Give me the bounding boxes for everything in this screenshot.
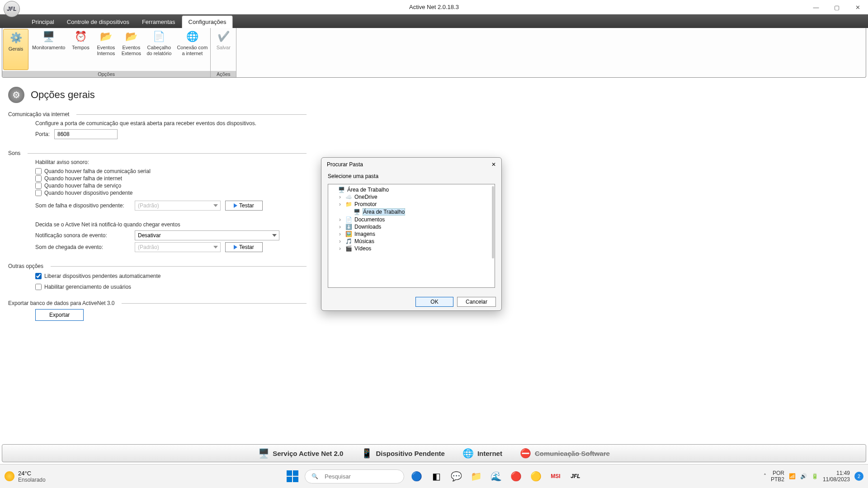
ribbon-salvar-label: Salvar: [217, 45, 231, 51]
minimize-button[interactable]: —: [806, 0, 826, 14]
tree-node[interactable]: ›🎵Músicas: [329, 238, 494, 245]
tree-node[interactable]: 🖥️Área de Trabalho: [329, 186, 494, 193]
tree-node[interactable]: 🖥️Área de Trabalho: [329, 208, 494, 216]
weather-cond: Ensolarado: [18, 477, 46, 483]
exportar-button[interactable]: Exportar: [35, 309, 84, 321]
chrome-icon[interactable]: 🟡: [528, 469, 543, 484]
tree-node[interactable]: ›🎬Vídeos: [329, 245, 494, 252]
ribbon-eventos-externos[interactable]: 📂Eventos Externos: [118, 28, 144, 71]
taskbar-search[interactable]: 🔍: [305, 469, 404, 483]
som-falha-label: Som de falha e dispositivo pendente:: [35, 202, 130, 209]
volume-icon[interactable]: 🔊: [800, 473, 807, 479]
ribbon-cab-label: Cabeçalho do relatório: [146, 45, 171, 56]
taskbar-weather[interactable]: 24°C Ensolarado: [5, 470, 46, 483]
som-falha-select[interactable]: (Padrão): [135, 201, 221, 211]
tab-ferramentas[interactable]: Ferramentas: [136, 16, 182, 28]
tray-chevron-icon[interactable]: ˄: [764, 473, 766, 479]
tree-node-label: Documentos: [354, 216, 385, 223]
ribbon-group-opcoes-label: Opções: [2, 71, 210, 77]
testar-falha-button[interactable]: Testar: [225, 201, 263, 211]
ribbon-tempos-label: Tempos: [72, 45, 90, 51]
ribbon-conexao[interactable]: 🌐Conexão com a internet: [174, 28, 210, 71]
ribbon-tempos[interactable]: ⏰Tempos: [68, 28, 93, 71]
som-chegada-select[interactable]: (Padrão): [135, 242, 221, 252]
ribbon-salvar[interactable]: ✔️Salvar: [211, 28, 236, 71]
folder-tree[interactable]: 🖥️Área de Trabalho›☁️OneDrive›📁Promotor🖥…: [328, 184, 495, 288]
tree-node[interactable]: ›🖼️Imagens: [329, 230, 494, 238]
clock[interactable]: 11:4911/08/2023: [823, 470, 850, 483]
tree-node-label: Músicas: [354, 238, 374, 244]
notificacao-select[interactable]: Desativar: [135, 230, 279, 240]
app-taskbar-icon[interactable]: JFL: [568, 469, 583, 484]
page-gear-icon: ⚙: [8, 87, 24, 103]
expand-icon[interactable]: ›: [337, 231, 343, 237]
taskbar: 24°C Ensolarado 🔍 🔵 ◧ 💬 📁 🌊 🔴 🟡 MSI JFL …: [0, 464, 868, 488]
close-button[interactable]: ✕: [847, 0, 868, 14]
cancel-button[interactable]: Cancelar: [457, 297, 496, 307]
bing-icon[interactable]: 🔵: [409, 469, 424, 484]
tree-node[interactable]: ›☁️OneDrive: [329, 193, 494, 201]
tree-node[interactable]: ›⬇️Downloads: [329, 223, 494, 230]
globe-icon: 🌐: [185, 30, 199, 43]
dialog-title: Procurar Pasta: [327, 161, 363, 168]
expand-icon[interactable]: ›: [337, 224, 343, 230]
page-title: Opções gerais: [31, 89, 95, 101]
battery-icon[interactable]: 🔋: [811, 473, 818, 479]
expand-icon[interactable]: ›: [337, 238, 343, 244]
expand-icon[interactable]: ›: [337, 245, 343, 252]
taskview-icon[interactable]: ◧: [429, 469, 444, 484]
status-internet: 🌐Internet: [463, 448, 502, 459]
expand-icon[interactable]: ›: [337, 201, 343, 207]
chat-icon[interactable]: 💬: [448, 469, 464, 484]
tree-node[interactable]: ›📄Documentos: [329, 216, 494, 223]
testar-chegada-button[interactable]: Testar: [225, 242, 263, 252]
monitor-icon: 🖥️: [42, 30, 56, 43]
explorer-icon[interactable]: 📁: [468, 469, 484, 484]
tab-principal[interactable]: Principal: [25, 16, 61, 28]
ribbon-group-opcoes: ⚙️Gerais 🖥️Monitoramento ⏰Tempos 📂Evento…: [2, 28, 211, 77]
ribbon-eventos-internos[interactable]: 📂Eventos Internos: [93, 28, 118, 71]
edge-icon[interactable]: 🌊: [488, 469, 504, 484]
folder-icon: 🎬: [344, 245, 353, 252]
dialog-close-button[interactable]: ✕: [491, 161, 496, 168]
ok-button[interactable]: OK: [415, 297, 453, 307]
section-sons-legend: Sons: [8, 150, 20, 156]
report-icon: 📄: [152, 30, 166, 43]
anydesk-icon[interactable]: 🔴: [508, 469, 524, 484]
folder-icon: 🖼️: [344, 231, 353, 237]
expand-icon[interactable]: ›: [337, 194, 343, 200]
porta-input[interactable]: [54, 129, 118, 139]
scrollbar-thumb[interactable]: [492, 186, 494, 258]
som-chegada-label: Som de chegada de evento:: [35, 244, 130, 250]
maximize-button[interactable]: ▢: [826, 0, 847, 14]
wifi-icon[interactable]: 📶: [789, 473, 796, 479]
folder-in-icon: 📂: [99, 30, 113, 43]
porta-label: Porta:: [35, 131, 50, 137]
ribbon-cabecalho[interactable]: 📄Cabeçalho do relatório: [144, 28, 174, 71]
notification-badge[interactable]: 2: [854, 472, 863, 481]
status-bar: 🖥️Serviço Active Net 2.0 📱Dispositivo Pe…: [2, 444, 866, 462]
search-input[interactable]: [322, 472, 403, 481]
folder-icon: 🖥️: [353, 209, 361, 215]
folder-icon: ☁️: [344, 194, 353, 200]
tab-configuracoes[interactable]: Configurações: [182, 15, 233, 28]
section-comunicacao-legend: Comunicação via internet: [8, 111, 69, 117]
status-servico: 🖥️Serviço Active Net 2.0: [258, 448, 343, 459]
msi-icon[interactable]: MSI: [548, 469, 563, 484]
phone-icon: 📱: [361, 448, 372, 459]
ribbon-monitoramento[interactable]: 🖥️Monitoramento: [29, 28, 68, 71]
monitor-icon: 🖥️: [258, 448, 269, 459]
section-outras-legend: Outras opções: [8, 263, 43, 269]
sun-icon: [5, 471, 14, 481]
folder-icon: 🖥️: [337, 187, 345, 193]
browse-folder-dialog: Procurar Pasta ✕ Selecione uma pasta 🖥️Á…: [321, 157, 502, 311]
expand-icon[interactable]: ›: [337, 216, 343, 223]
ribbon-group-acoes-label: Ações: [211, 71, 236, 77]
language-indicator[interactable]: PORPTB2: [771, 470, 784, 483]
start-button[interactable]: [285, 469, 300, 484]
ribbon-evext-label: Eventos Externos: [122, 45, 141, 56]
tab-controle-dispositivos[interactable]: Controle de dispositivos: [61, 16, 136, 28]
ribbon-gerais[interactable]: ⚙️Gerais: [3, 29, 28, 70]
tree-node[interactable]: ›📁Promotor: [329, 201, 494, 208]
tree-node-label: Imagens: [354, 231, 375, 237]
